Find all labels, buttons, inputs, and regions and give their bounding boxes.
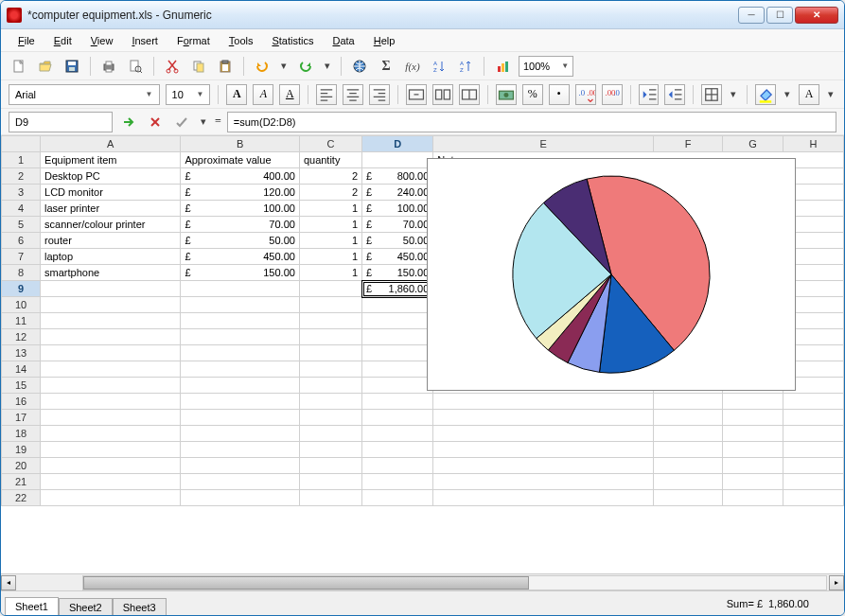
cell-B13[interactable] <box>181 345 300 361</box>
percent-button[interactable]: % <box>522 84 543 105</box>
cell-B16[interactable] <box>181 394 300 410</box>
cell-B11[interactable] <box>181 313 300 329</box>
font-color-button[interactable]: A <box>799 84 819 105</box>
row-header-14[interactable]: 14 <box>2 361 41 378</box>
cell-F18[interactable] <box>654 426 723 442</box>
row-header-21[interactable]: 21 <box>2 474 41 490</box>
cell-B10[interactable] <box>181 297 300 313</box>
cell-D5[interactable]: £70.00 <box>362 217 433 233</box>
menu-edit[interactable]: Edit <box>46 32 79 49</box>
hyperlink-icon[interactable] <box>349 56 370 77</box>
cell-D8[interactable]: £150.00 <box>362 265 433 281</box>
cell-C7[interactable]: 1 <box>299 249 361 265</box>
grid[interactable]: ABCDEFGH1 Equipment item Approximate val… <box>1 135 844 573</box>
cell-C18[interactable] <box>299 426 361 442</box>
cell-A2[interactable]: Desktop PC <box>41 168 181 185</box>
cell-G21[interactable] <box>723 474 783 490</box>
font-family-combo[interactable]: Arial▼ <box>9 84 160 105</box>
cell-A19[interactable] <box>41 442 181 458</box>
formula-input[interactable]: =sum(D2:D8) <box>227 112 836 132</box>
cell-D9[interactable]: £1,860.00 <box>362 281 433 297</box>
col-header-E[interactable]: E <box>433 136 654 152</box>
cell-D16[interactable] <box>362 394 433 410</box>
cell-B8[interactable]: £150.00 <box>181 265 300 281</box>
cell-A16[interactable] <box>41 394 181 410</box>
cell-G20[interactable] <box>723 458 783 474</box>
cell-E21[interactable] <box>433 474 654 490</box>
cell-C21[interactable] <box>299 474 361 490</box>
cell-reference-input[interactable]: D9 <box>9 112 113 132</box>
cell-D19[interactable] <box>362 442 433 458</box>
align-center-button[interactable] <box>343 84 363 105</box>
new-icon[interactable] <box>9 56 29 77</box>
sort-asc-icon[interactable]: AZ <box>429 56 449 77</box>
row-header-20[interactable]: 20 <box>2 458 41 474</box>
cell-A4[interactable]: laser printer <box>41 201 181 217</box>
cell-C3[interactable]: 2 <box>299 185 361 201</box>
cell-A22[interactable] <box>41 490 181 506</box>
cell-B3[interactable]: £120.00 <box>181 185 300 201</box>
cell-A12[interactable] <box>41 329 181 345</box>
italic-button[interactable]: A <box>253 84 273 105</box>
cell-C6[interactable]: 1 <box>299 233 361 249</box>
cell-B5[interactable]: £70.00 <box>181 217 300 233</box>
cell-B15[interactable] <box>181 378 300 394</box>
cell-H19[interactable] <box>783 442 844 458</box>
scroll-left-button[interactable]: ◂ <box>1 575 16 590</box>
row-header-8[interactable]: 8 <box>2 265 41 281</box>
print-icon[interactable] <box>98 56 119 77</box>
menu-insert[interactable]: Insert <box>124 32 166 49</box>
sort-desc-icon[interactable]: AZ <box>455 56 476 77</box>
cell-C5[interactable]: 1 <box>299 217 361 233</box>
cell-H18[interactable] <box>783 426 844 442</box>
cell-B20[interactable] <box>181 458 300 474</box>
row-header-3[interactable]: 3 <box>2 185 41 201</box>
row-header-15[interactable]: 15 <box>2 378 41 394</box>
cell-B7[interactable]: £450.00 <box>181 249 300 265</box>
cell-D21[interactable] <box>362 474 433 490</box>
row-header-13[interactable]: 13 <box>2 345 41 361</box>
cell-A1[interactable]: Equipment item <box>41 152 181 168</box>
row-header-1[interactable]: 1 <box>2 152 41 168</box>
cell-F22[interactable] <box>654 490 723 506</box>
cell-A21[interactable] <box>41 474 181 490</box>
cell-C9[interactable] <box>299 281 361 297</box>
cell-A14[interactable] <box>41 361 181 378</box>
bold-button[interactable]: A <box>226 84 247 105</box>
cell-E16[interactable] <box>433 394 654 410</box>
cell-D17[interactable] <box>362 410 433 426</box>
col-header-B[interactable]: B <box>181 136 300 152</box>
cell-H20[interactable] <box>783 458 844 474</box>
menu-data[interactable]: Data <box>325 32 361 49</box>
cell-A11[interactable] <box>41 313 181 329</box>
row-header-11[interactable]: 11 <box>2 313 41 329</box>
col-header-G[interactable]: G <box>723 136 783 152</box>
print-preview-icon[interactable] <box>125 56 146 77</box>
row-header-7[interactable]: 7 <box>2 249 41 265</box>
cancel-icon[interactable] <box>145 112 166 132</box>
cell-A10[interactable] <box>41 297 181 313</box>
cell-C2[interactable]: 2 <box>299 168 361 185</box>
cell-A17[interactable] <box>41 410 181 426</box>
menu-tools[interactable]: Tools <box>221 32 261 49</box>
align-left-button[interactable] <box>316 84 337 105</box>
menu-help[interactable]: Help <box>366 32 403 49</box>
cell-B14[interactable] <box>181 361 300 378</box>
cell-B22[interactable] <box>181 490 300 506</box>
undo-dropdown-icon[interactable]: ▾ <box>278 56 290 77</box>
fill-color-dropdown-icon[interactable]: ▾ <box>782 84 793 105</box>
cell-G17[interactable] <box>723 410 783 426</box>
undo-icon[interactable] <box>252 56 273 77</box>
cell-H21[interactable] <box>783 474 844 490</box>
cell-B6[interactable]: £50.00 <box>181 233 300 249</box>
maximize-button[interactable]: ☐ <box>766 7 793 24</box>
cell-A8[interactable]: smartphone <box>41 265 181 281</box>
currency-button[interactable] <box>496 84 517 105</box>
cell-E19[interactable] <box>433 442 654 458</box>
font-color-dropdown-icon[interactable]: ▾ <box>825 84 836 105</box>
cell-C17[interactable] <box>299 410 361 426</box>
cell-D13[interactable] <box>362 345 433 361</box>
cell-A3[interactable]: LCD monitor <box>41 185 181 201</box>
cell-C14[interactable] <box>299 361 361 378</box>
col-header-D[interactable]: D <box>362 136 433 152</box>
